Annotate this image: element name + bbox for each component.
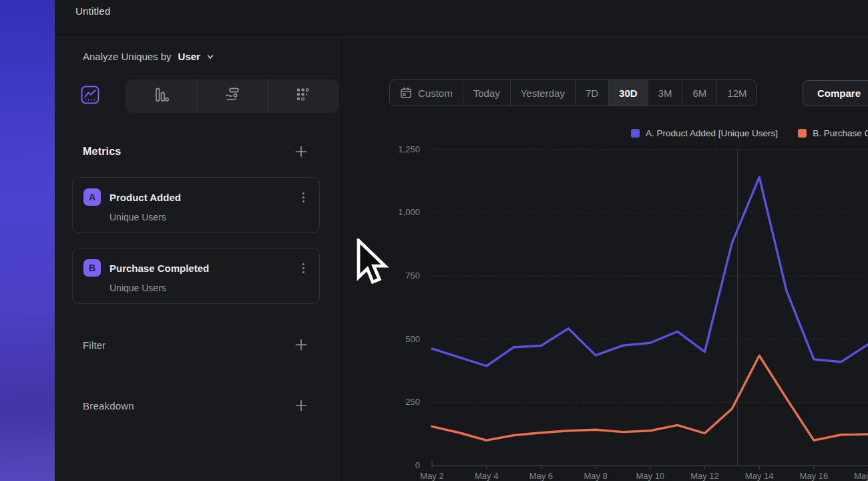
range-30d[interactable]: 30D — [608, 80, 648, 106]
filter-section-header: Filter — [55, 337, 339, 353]
breakdown-section-header: Breakdown — [55, 397, 339, 414]
metrics-section-header: Metrics — [55, 144, 339, 160]
range-today[interactable]: Today — [463, 80, 510, 106]
query-sidebar: Analyze Uniques by User — [55, 37, 339, 481]
metric-subtitle: Unique Users — [110, 283, 308, 293]
metric-subtitle: Unique Users — [110, 212, 308, 222]
legend-swatch — [798, 129, 807, 138]
metric-title: Product Added — [110, 192, 298, 203]
x-axis-label: May 8 — [569, 471, 622, 481]
tab-dot-grid[interactable] — [267, 79, 339, 113]
line-chart-icon — [80, 85, 100, 108]
y-axis-label: 500 — [339, 334, 420, 344]
y-axis-label: 250 — [339, 397, 420, 407]
filter-label: Filter — [83, 339, 106, 351]
y-axis-label: 1,000 — [339, 207, 420, 217]
x-axis-label: May 10 — [624, 471, 677, 481]
y-axis-label: 1,250 — [339, 144, 420, 154]
metric-badge: B — [83, 259, 101, 277]
range-7d[interactable]: 7D — [575, 80, 608, 106]
x-axis-label: May 2 — [405, 471, 459, 481]
report-title: Untitled — [75, 5, 110, 17]
metric-badge: A — [83, 188, 101, 206]
legend-item[interactable]: A. Product Added [Unique Users] — [631, 128, 778, 138]
bar-chart-icon — [152, 86, 170, 106]
x-axis-label: May 14 — [732, 471, 786, 481]
range-custom[interactable]: Custom — [390, 80, 463, 106]
range-yesterday[interactable]: Yesterday — [510, 80, 575, 106]
kebab-menu-icon[interactable] — [298, 191, 308, 204]
analyze-by-value[interactable]: User — [178, 51, 200, 62]
x-axis-label: May 18 — [842, 471, 868, 481]
metric-cards-list: AProduct AddedUnique UsersBPurchase Comp… — [72, 177, 320, 304]
titlebar: Untitled — [55, 0, 868, 37]
kebab-menu-icon[interactable] — [298, 262, 308, 275]
calendar-icon — [400, 87, 412, 99]
breakdown-label: Breakdown — [83, 400, 134, 412]
legend-label: B. Purchase Completed [Unique Users] — [813, 128, 868, 138]
analytics-app: Untitled Analyze Uniques by User — [0, 0, 868, 481]
legend-item[interactable]: B. Purchase Completed [Unique Users] — [798, 128, 868, 138]
x-axis-label: May 12 — [678, 471, 732, 481]
series-line — [432, 177, 868, 366]
add-filter-button[interactable] — [293, 337, 309, 353]
flow-icon — [224, 86, 241, 106]
tab-flow[interactable] — [196, 79, 268, 113]
legend-swatch — [631, 129, 640, 138]
window-content: Analyze Uniques by User — [55, 37, 868, 481]
chevron-down-icon[interactable] — [206, 53, 214, 61]
add-breakdown-button[interactable] — [293, 397, 309, 414]
background-gradient — [0, 0, 55, 481]
chart-type-tabs-group — [126, 79, 339, 113]
metric-card[interactable]: BPurchase CompletedUnique Users — [72, 248, 320, 304]
range-3m[interactable]: 3M — [648, 80, 682, 106]
dot-grid-icon — [294, 86, 312, 106]
x-axis-label: May 4 — [460, 471, 513, 481]
y-axis-label: 0 — [339, 460, 420, 470]
metric-title: Purchase Completed — [110, 263, 298, 274]
compare-label: Compare — [817, 88, 861, 99]
chart-type-tabbar — [55, 76, 339, 114]
series-line — [432, 355, 868, 440]
compare-button[interactable]: Compare — [803, 80, 868, 106]
date-range-control: CustomTodayYesterday7D30D3M6M12M — [389, 79, 757, 106]
tab-bar-chart[interactable] — [126, 79, 196, 113]
range-6m[interactable]: 6M — [682, 80, 716, 106]
chart-panel: CustomTodayYesterday7D30D3M6M12M Compare… — [339, 37, 868, 481]
report-window: Untitled Analyze Uniques by User — [55, 0, 868, 481]
metrics-label: Metrics — [83, 146, 121, 158]
metric-card[interactable]: AProduct AddedUnique Users — [72, 177, 320, 233]
legend-label: A. Product Added [Unique Users] — [646, 128, 778, 138]
chart-legend: A. Product Added [Unique Users]B. Purcha… — [631, 128, 868, 138]
analyze-by-row: Analyze Uniques by User — [55, 37, 339, 76]
range-12m[interactable]: 12M — [716, 80, 756, 106]
x-axis-label: May 6 — [514, 471, 568, 481]
x-axis-label: May 16 — [787, 471, 841, 481]
add-metric-button[interactable] — [293, 144, 309, 160]
analyze-by-label: Analyze Uniques by — [83, 51, 172, 62]
tab-line-chart-active[interactable] — [55, 79, 126, 113]
mouse-cursor — [355, 238, 389, 296]
